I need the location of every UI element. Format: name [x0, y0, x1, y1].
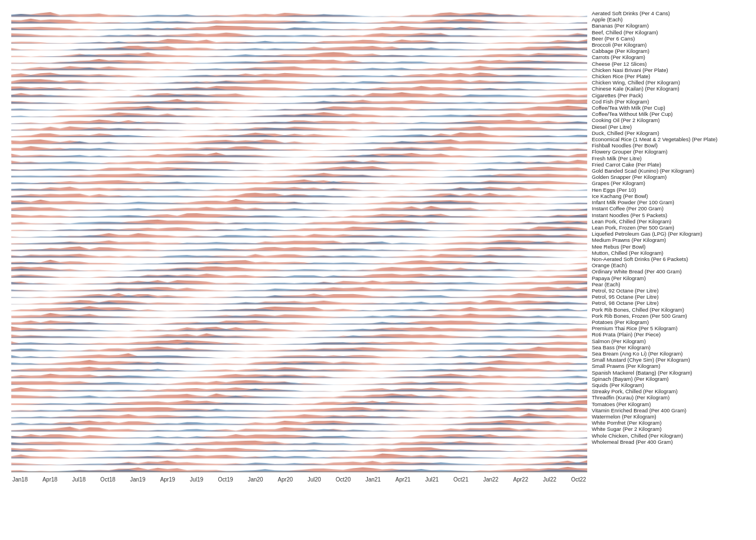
x-axis-label: Jan20: [248, 476, 263, 483]
legend-item: Mutton, Chilled (Per Kilogram): [592, 250, 745, 256]
legend-item: Small Mustard (Chye Sim) (Per Kilogram): [592, 357, 745, 363]
x-axis-label: Jan22: [483, 476, 498, 483]
legend-item: Pork Rib Bones, Chilled (Per Kilogram): [592, 307, 745, 313]
x-axis-label: Oct21: [453, 476, 469, 483]
x-axis-labels: Jan18Apr18Jul18Oct18Jan19Apr19Jul19Oct19…: [11, 476, 587, 483]
legend-item: Watermelon (Per Kilogram): [592, 413, 745, 420]
legend-item: Cheese (Per 12 Slices): [592, 61, 745, 67]
legend-item: Spanish Mackerel (Batang) (Per Kilogram): [592, 370, 745, 376]
x-axis-label: Jul22: [543, 476, 556, 483]
legend-item: Whole Chicken, Chilled (Per Kilogram): [592, 433, 745, 439]
legend-item: Beer (Per 6 Cans): [592, 35, 745, 42]
legend-item: Orange (Each): [592, 262, 745, 268]
x-axis-label: Apr20: [278, 476, 293, 483]
x-axis-label: Oct18: [100, 476, 115, 483]
legend-item: Chicken Rice (Per Plate): [592, 73, 745, 79]
legend-item: Beef, Chilled (Per Kilogram): [592, 29, 745, 35]
x-axis-label: Jan19: [130, 476, 145, 483]
x-axis-label: Jan21: [366, 476, 381, 483]
legend-item: Apple (Each): [592, 16, 745, 22]
legend-item: Roti Prata (Plain) (Per Piece): [592, 331, 745, 338]
legend-item: Diesel (Per Litre): [592, 124, 745, 130]
x-axis-label: Oct19: [218, 476, 233, 483]
legend-item: Pear (Each): [592, 281, 745, 287]
chart-container: Jan18Apr18Jul18Oct18Jan19Apr19Jul19Oct19…: [0, 0, 756, 540]
legend-item: Potatoes (Per Kilogram): [592, 319, 745, 325]
legend-item: Cabbage (Per Kilogram): [592, 48, 745, 54]
legend-item: Petrol, 95 Octane (Per Litre): [592, 294, 745, 300]
x-axis-label: Apr19: [160, 476, 176, 483]
legend-item: Broccoli (Per Kilogram): [592, 42, 745, 48]
legend-item: Hen Eggs (Per 10): [592, 187, 745, 193]
legend-item: Cigarettes (Per Pack): [592, 92, 745, 98]
x-axis-label: Apr21: [395, 476, 411, 483]
legend-item: White Pomfret (Per Kilogram): [592, 420, 745, 426]
ridgeline-canvas: [11, 10, 587, 483]
x-axis-label: Oct20: [336, 476, 351, 483]
ridgeline-area: Jan18Apr18Jul18Oct18Jan19Apr19Jul19Oct19…: [11, 10, 587, 483]
legend-item: Spinach (Bayam) (Per Kilogram): [592, 376, 745, 382]
x-axis-label: Jul21: [425, 476, 439, 483]
legend-item: Lean Pork, Chilled (Per Kilogram): [592, 218, 745, 224]
legend-item: Petrol, 98 Octane (Per Litre): [592, 300, 745, 306]
x-axis-label: Jan18: [12, 476, 28, 483]
legend-item: Pork Rib Bones, Frozen (Per 500 Gram): [592, 313, 745, 319]
legend-item: Tomatoes (Per Kilogram): [592, 401, 745, 407]
legend-item: Chicken Wing, Chilled (Per Kilogram): [592, 79, 745, 86]
legend-item: Instant Coffee (Per 200 Gram): [592, 205, 745, 212]
legend-item: Fishball Noodles (Per Bowl): [592, 142, 745, 148]
legend-area: Aerated Soft Drinks (Per 4 Cans)Apple (E…: [587, 10, 745, 483]
legend-item: Gold Banded Scad (Kunino) (Per Kilogram): [592, 168, 745, 174]
ridgeline-dynamic-area: [11, 10, 587, 483]
legend-item: Cooking Oil (Per 2 Kilogram): [592, 117, 745, 123]
x-axis-label: Jul20: [308, 476, 321, 483]
x-axis-label: Apr22: [513, 476, 528, 483]
legend-item: Threadfin (Kurau) (Per Kilogram): [592, 394, 745, 400]
legend-item: Vitamin Enriched Bread (Per 400 Gram): [592, 407, 745, 413]
legend-item: Coffee/Tea Without Milk (Per Cup): [592, 111, 745, 117]
x-axis-label: Apr18: [42, 476, 57, 483]
legend-item: Lean Pork, Frozen (Per 500 Gram): [592, 224, 745, 231]
legend-item: Golden Snapper (Per Kilogram): [592, 174, 745, 180]
legend-item: Grapes (Per Kilogram): [592, 180, 745, 186]
legend-item: Non-Aerated Soft Drinks (Per 6 Packets): [592, 256, 745, 262]
legend-item: Chinese Kale (Kailan) (Per Kilogram): [592, 86, 745, 92]
legend-item: Carrots (Per Kilogram): [592, 54, 745, 60]
legend-item: Squids (Per Kilogram): [592, 382, 745, 388]
legend-item: Streaky Pork, Chilled (Per Kilogram): [592, 388, 745, 394]
chart-body: Jan18Apr18Jul18Oct18Jan19Apr19Jul19Oct19…: [11, 10, 745, 483]
legend-item: White Sugar (Per 2 Kilogram): [592, 426, 745, 432]
legend-item: Instant Noodles (Per 5 Packets): [592, 212, 745, 218]
legend-item: Papaya (Per Kilogram): [592, 275, 745, 281]
legend-item: Medium Prawns (Per Kilogram): [592, 237, 745, 243]
x-axis-label: Jul18: [72, 476, 86, 483]
legend-item: Mee Rebus (Per Bowl): [592, 244, 745, 250]
legend-item: Infant Milk Powder (Per 100 Gram): [592, 199, 745, 205]
legend-item: Cod Fish (Per Kilogram): [592, 98, 745, 105]
legend-item: Wholemeal Bread (Per 400 Gram): [592, 439, 745, 445]
legend-item: Duck, Chilled (Per Kilogram): [592, 130, 745, 136]
legend-item: Ice Kachang (Per Bowl): [592, 193, 745, 199]
legend-item: Chicken Nasi Brivani (Per Plate): [592, 67, 745, 73]
x-axis-label: Oct22: [571, 476, 586, 483]
legend-item: Fried Carrot Cake (Per Plate): [592, 161, 745, 168]
legend-item: Bananas (Per Kilogram): [592, 22, 745, 29]
legend-item: Petrol, 92 Octane (Per Litre): [592, 287, 745, 294]
legend-item: Economical Rice (1 Meat & 2 Vegetables) …: [592, 136, 745, 142]
legend-item: Liquefied Petroleum Gas (LPG) (Per Kilog…: [592, 231, 745, 237]
legend-item: Flowery Grouper (Per Kilogram): [592, 148, 745, 155]
legend-item: Fresh Milk (Per Litre): [592, 155, 745, 161]
legend-item: Sea Bream (Ang Ko Li) (Per Kilogram): [592, 350, 745, 357]
legend-item: Salmon (Per Kilogram): [592, 338, 745, 344]
legend-item: Ordinary White Bread (Per 400 Gram): [592, 268, 745, 274]
legend-item: Coffee/Tea With Milk (Per Cup): [592, 105, 745, 111]
legend-item: Aerated Soft Drinks (Per 4 Cans): [592, 10, 745, 16]
legend-item: Premium Thai Rice (Per 5 Kilogram): [592, 325, 745, 331]
legend-item: Small Prawns (Per Kilogram): [592, 363, 745, 369]
x-axis-label: Jul19: [190, 476, 204, 483]
legend-item: Sea Bass (Per Kilogram): [592, 344, 745, 350]
